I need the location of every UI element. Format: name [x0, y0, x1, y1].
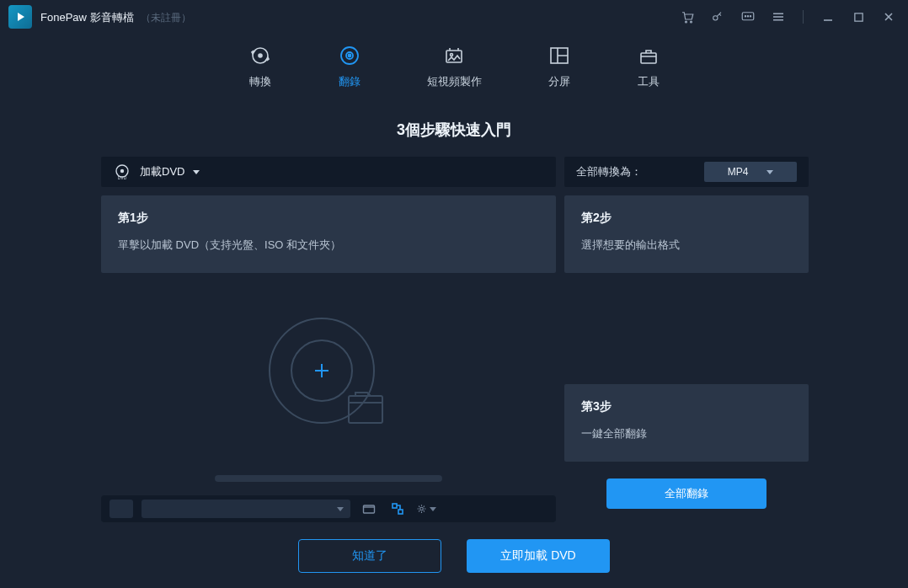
svg-point-10 — [259, 54, 262, 57]
top-nav: 轉換 翻錄 短視頻製作 分屏 工具 — [0, 34, 908, 104]
short-video-icon — [442, 44, 466, 67]
step3-block: 第3步 一鍵全部翻錄 全部翻錄 — [564, 376, 809, 522]
svg-point-6 — [747, 16, 748, 17]
title-bar-right — [680, 9, 896, 24]
svg-rect-8 — [854, 13, 862, 20]
output-path-bar — [101, 495, 556, 522]
step1-title: 第1步 — [118, 211, 539, 226]
tab-label: 翻錄 — [339, 74, 361, 89]
format-select[interactable]: MP4 — [704, 162, 797, 182]
svg-point-1 — [686, 21, 687, 23]
tab-label: 工具 — [638, 74, 660, 89]
svg-point-29 — [420, 507, 424, 510]
merge-icon[interactable] — [387, 499, 408, 519]
main-content: DVD 加載DVD 全部轉換為： MP4 第1步 單擊以加載 DVD（支持光盤、… — [101, 157, 809, 522]
tab-tools[interactable]: 工具 — [637, 44, 660, 89]
menu-icon[interactable] — [771, 9, 786, 24]
load-dvd-dropdown[interactable]: DVD 加載DVD — [101, 157, 556, 187]
step1-desc: 單擊以加載 DVD（支持光盤、ISO 和文件夾） — [118, 236, 539, 254]
step3-desc: 一鍵全部翻錄 — [581, 425, 792, 443]
rip-icon — [338, 44, 361, 67]
format-value: MP4 — [728, 166, 749, 178]
add-disc-icon — [261, 307, 396, 441]
tab-short-video[interactable]: 短視頻製作 — [427, 44, 482, 89]
tab-label: 分屏 — [548, 74, 570, 89]
svg-point-7 — [750, 16, 750, 17]
load-dvd-label: 加載DVD — [140, 164, 184, 179]
app-title: FonePaw 影音轉檔 （未註冊） — [40, 9, 191, 25]
output-toggle[interactable] — [109, 500, 133, 518]
svg-marker-0 — [18, 13, 24, 21]
step2-desc: 選擇想要的輸出格式 — [581, 236, 792, 254]
feedback-icon[interactable] — [740, 9, 756, 24]
maximize-icon[interactable] — [851, 9, 866, 24]
panel-right: 第2步 選擇想要的輸出格式 第3步 一鍵全部翻錄 全部翻錄 — [564, 195, 809, 522]
app-logo — [8, 5, 32, 29]
toolbox-icon — [637, 44, 660, 67]
svg-rect-28 — [398, 510, 403, 514]
chevron-down-icon — [430, 507, 436, 511]
step2-card: 第2步 選擇想要的輸出格式 — [564, 195, 809, 273]
cart-icon[interactable] — [680, 9, 695, 24]
svg-rect-19 — [641, 53, 656, 63]
svg-point-5 — [745, 16, 745, 17]
tab-convert[interactable]: 轉換 — [248, 44, 272, 89]
settings-icon[interactable] — [416, 499, 436, 519]
minimize-icon[interactable] — [820, 9, 836, 24]
chevron-down-icon — [337, 507, 344, 511]
got-it-button[interactable]: 知道了 — [298, 539, 441, 573]
chevron-down-icon — [193, 170, 200, 174]
app-status: （未註冊） — [141, 12, 191, 24]
app-name: FonePaw 影音轉檔 — [40, 11, 134, 24]
rip-all-button[interactable]: 全部翻錄 — [606, 478, 766, 509]
svg-marker-11 — [252, 51, 254, 54]
tab-label: 轉換 — [249, 74, 271, 89]
open-folder-icon[interactable] — [359, 499, 379, 519]
svg-point-3 — [713, 16, 718, 20]
close-icon[interactable] — [881, 9, 896, 24]
output-path-select[interactable] — [142, 500, 350, 518]
bottom-actions: 知道了 立即加載 DVD — [0, 539, 908, 573]
disc-icon: DVD — [113, 163, 131, 181]
svg-point-21 — [121, 170, 124, 173]
separator — [803, 10, 804, 24]
tab-label: 短視頻製作 — [427, 74, 482, 89]
svg-rect-27 — [393, 504, 397, 508]
convert-all-label: 全部轉換為： — [576, 164, 642, 179]
tab-split[interactable]: 分屏 — [547, 44, 571, 89]
title-bar-left: FonePaw 影音轉檔 （未註冊） — [8, 5, 191, 29]
svg-point-17 — [451, 54, 453, 56]
svg-marker-12 — [266, 57, 269, 60]
step3-title: 第3步 — [581, 399, 792, 414]
panel-left: 第1步 單擊以加載 DVD（支持光盤、ISO 和文件夾） — [101, 195, 556, 522]
svg-point-2 — [691, 21, 692, 23]
title-bar: FonePaw 影音轉檔 （未註冊） — [0, 0, 908, 34]
step2-title: 第2步 — [581, 211, 792, 226]
chevron-down-icon — [766, 170, 773, 174]
page-title: 3個步驟快速入門 — [0, 120, 908, 140]
step1-card: 第1步 單擊以加載 DVD（支持光盤、ISO 和文件夾） — [101, 195, 556, 273]
split-icon — [547, 44, 571, 67]
load-dvd-now-button[interactable]: 立即加載 DVD — [467, 539, 610, 573]
convert-icon — [248, 44, 272, 67]
svg-point-15 — [348, 55, 350, 57]
step3-card: 第3步 一鍵全部翻錄 — [564, 384, 809, 462]
key-icon[interactable] — [710, 9, 725, 24]
tab-rip[interactable]: 翻錄 — [338, 44, 361, 89]
output-format-bar: 全部轉換為： MP4 — [564, 157, 809, 187]
progress-bar — [215, 475, 442, 482]
svg-text:DVD: DVD — [118, 175, 127, 180]
drop-zone[interactable] — [101, 273, 556, 475]
